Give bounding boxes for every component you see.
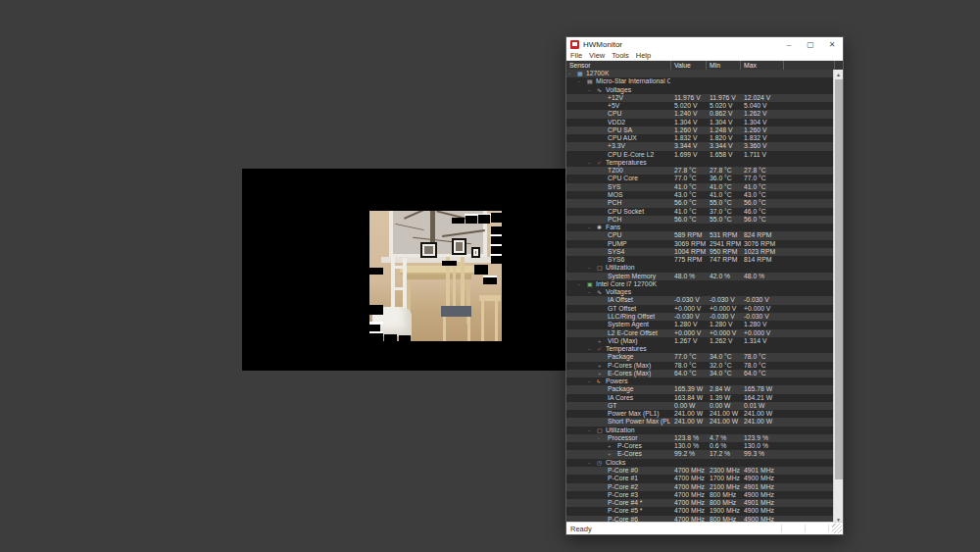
expand-icon[interactable]: + [608, 442, 612, 450]
collapse-icon[interactable]: - [588, 86, 590, 94]
table-row[interactable]: CPU1.240 V0.862 V1.262 V [566, 110, 835, 118]
table-row[interactable]: System Memory48.0 %42.0 %48.0 % [566, 273, 835, 280]
collapse-icon[interactable]: - [568, 70, 570, 77]
minimize-button[interactable]: – [778, 37, 800, 51]
sensor-label: CPU Core [608, 175, 670, 182]
collapse-icon[interactable]: - [588, 224, 590, 231]
column-header-min[interactable]: Min [707, 61, 741, 70]
table-row[interactable]: -Processor123.8 %4.7 %123.9 % [566, 434, 835, 442]
table-row[interactable]: -▢Utilization [566, 427, 835, 434]
table-row[interactable]: -∿Voltages [566, 288, 835, 296]
table-row[interactable]: Package165.39 W2.84 W165.78 W [566, 385, 835, 393]
table-row[interactable]: -✓Temperatures [566, 345, 835, 353]
table-row[interactable]: -✓Temperatures [566, 159, 835, 167]
menu-help[interactable]: Help [636, 51, 651, 61]
column-header-max[interactable]: Max [741, 61, 784, 70]
table-row[interactable]: PCH56.0 °C55.0 °C56.0 °C [566, 199, 835, 207]
table-row[interactable]: GT Offset+0.000 V+0.000 V+0.000 V [566, 305, 835, 313]
table-row[interactable]: +E-Cores (Max)64.0 °C34.0 °C64.0 °C [566, 370, 835, 377]
table-row[interactable]: VDD21.304 V1.304 V1.304 V [566, 119, 835, 126]
expand-icon[interactable]: + [598, 337, 602, 345]
table-row[interactable]: +3.3V3.344 V3.344 V3.360 V [566, 142, 835, 150]
expand-icon[interactable]: + [598, 370, 602, 377]
menu-view[interactable]: View [589, 51, 605, 61]
collapse-icon[interactable]: - [588, 345, 590, 353]
max-cell [744, 280, 791, 288]
table-row[interactable]: -◷Clocks [566, 459, 835, 467]
table-row[interactable]: +P-Cores130.0 %0.6 %130.0 % [566, 442, 835, 450]
table-row[interactable]: SYS41.0 °C41.0 °C41.0 °C [566, 183, 835, 191]
table-row[interactable]: TZ0027.8 °C27.8 °C27.8 °C [566, 167, 835, 175]
min-cell [710, 288, 743, 296]
table-row[interactable]: Short Power Max (PL2)241.00 W241.00 W241… [566, 418, 835, 426]
column-header-sensor[interactable]: Sensor [566, 61, 671, 70]
table-row[interactable]: -∿Voltages [566, 86, 835, 94]
table-row[interactable]: +5V5.020 V5.020 V5.040 V [566, 102, 835, 110]
table-row[interactable]: CPU SA1.260 V1.248 V1.260 V [566, 126, 835, 134]
table-row[interactable]: System Agent1.280 V1.280 V1.280 V [566, 321, 835, 328]
expand-icon[interactable]: + [608, 450, 612, 458]
collapse-icon[interactable]: - [588, 377, 590, 385]
menu-tools[interactable]: Tools [612, 51, 629, 61]
table-row[interactable]: -▦12700K [566, 70, 835, 77]
table-row[interactable]: SYS6775 RPM747 RPM814 RPM [566, 256, 835, 264]
vertical-scrollbar[interactable]: ▲ ▼ [833, 70, 843, 524]
min-cell: 1.39 W [710, 394, 743, 402]
collapse-icon[interactable]: - [588, 427, 590, 434]
collapse-icon[interactable]: - [588, 159, 590, 167]
close-button[interactable]: ✕ [821, 37, 843, 51]
table-row[interactable]: P-Core #04700 MHz2300 MHz4901 MHz [566, 467, 835, 475]
table-row[interactable]: CPU Socket41.0 °C37.0 °C46.0 °C [566, 208, 835, 216]
table-row[interactable]: SYS41004 RPM950 RPM1023 RPM [566, 248, 835, 256]
collapse-icon[interactable]: - [588, 459, 590, 467]
collapse-icon[interactable]: - [598, 434, 600, 442]
collapse-icon[interactable]: - [588, 264, 590, 272]
table-row[interactable]: -✱Fans [566, 224, 835, 231]
maximize-button[interactable]: ▢ [800, 37, 821, 51]
table-row[interactable]: MOS43.0 °C41.0 °C43.0 °C [566, 191, 835, 199]
scroll-up-icon[interactable]: ▲ [834, 70, 843, 78]
table-row[interactable]: +P-Cores (Max)78.0 °C32.0 °C78.0 °C [566, 362, 835, 370]
table-row[interactable]: -▢Utilization [566, 264, 835, 272]
table-row[interactable]: L2 E-Core Offset+0.000 V+0.000 V+0.000 V [566, 329, 835, 337]
table-row[interactable]: LLC/Ring Offset-0.030 V-0.030 V-0.030 V [566, 313, 835, 321]
table-row[interactable]: P-Core #34700 MHz800 MHz4900 MHz [566, 491, 835, 499]
collapse-icon[interactable]: - [588, 288, 590, 296]
table-row[interactable]: IA Offset-0.030 V-0.030 V-0.030 V [566, 296, 835, 304]
collapse-icon[interactable]: - [578, 77, 580, 85]
table-row[interactable]: -▣Intel Core i7 12700K [566, 280, 835, 288]
collapse-icon[interactable]: - [578, 280, 580, 288]
value-cell [674, 86, 708, 94]
table-row[interactable]: P-Core #14700 MHz1700 MHz4900 MHz [566, 475, 835, 482]
table-row[interactable]: +12V11.976 V11.976 V12.024 V [566, 94, 835, 102]
table-row[interactable]: Power Max (PL1)241.00 W241.00 W241.00 W [566, 410, 835, 418]
table-row[interactable]: +E-Cores99.2 %17.2 %99.3 % [566, 450, 835, 458]
titlebar[interactable]: HWMonitor – ▢ ✕ [566, 37, 843, 51]
table-row[interactable]: IA Cores163.84 W1.39 W164.21 W [566, 394, 835, 402]
min-cell: 800 MHz [710, 491, 743, 499]
column-header-value[interactable]: Value [671, 61, 707, 70]
resize-grip-icon[interactable] [832, 524, 842, 533]
max-cell: 43.0 °C [744, 191, 791, 199]
table-row[interactable]: CPU AUX1.832 V1.820 V1.832 V [566, 134, 835, 142]
table-row[interactable]: P-Core #5 *4700 MHz1900 MHz4900 MHz [566, 507, 835, 515]
menu-file[interactable]: File [570, 51, 582, 61]
table-row[interactable]: GT0.00 W0.00 W0.01 W [566, 402, 835, 410]
value-cell: 43.0 °C [674, 191, 708, 199]
table-row[interactable]: CPU589 RPM531 RPM824 RPM [566, 231, 835, 239]
table-row[interactable]: +VID (Max)1.267 V1.262 V1.314 V [566, 337, 835, 345]
table-row[interactable]: Package77.0 °C34.0 °C78.0 °C [566, 353, 835, 361]
max-cell: 130.0 % [744, 442, 791, 450]
column-header-extra[interactable] [784, 61, 835, 70]
table-row[interactable]: -ϟPowers [566, 377, 835, 385]
table-row[interactable]: CPU Core77.0 °C36.0 °C77.0 °C [566, 175, 835, 182]
expand-icon[interactable]: + [598, 362, 602, 370]
table-row[interactable]: CPU E-Core L21.699 V1.658 V1.711 V [566, 151, 835, 159]
table-row[interactable]: -▤Micro-Star International Co. Ltd. P... [566, 77, 835, 85]
table-row[interactable]: P-Core #24700 MHz2100 MHz4901 MHz [566, 483, 835, 491]
min-cell: 41.0 °C [710, 183, 743, 191]
table-row[interactable]: PCH56.0 °C55.0 °C56.0 °C [566, 216, 835, 224]
table-row[interactable]: PUMP3069 RPM2941 RPM3076 RPM [566, 240, 835, 248]
scrollbar-thumb[interactable] [835, 79, 843, 479]
table-row[interactable]: P-Core #4 *4700 MHz800 MHz4901 MHz [566, 499, 835, 507]
